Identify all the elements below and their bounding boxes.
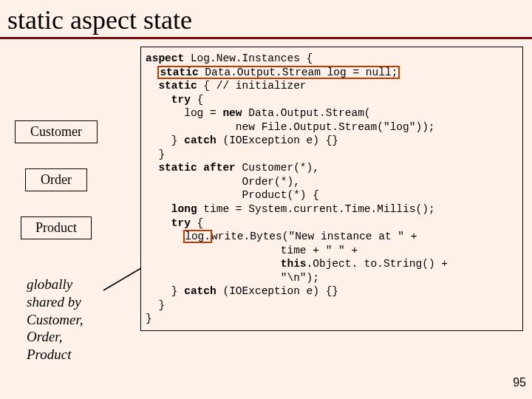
- code-block: aspect Log.New.Instances { static Data.O…: [140, 47, 523, 331]
- uml-box-order: Order: [25, 168, 87, 191]
- annotation-line: Customer,: [27, 312, 83, 327]
- slide-title: static aspect state: [0, 0, 532, 37]
- annotation-line: Product: [27, 347, 72, 362]
- uml-box-customer: Customer: [15, 120, 98, 143]
- annotation-line: Order,: [27, 329, 62, 344]
- annotation-line: shared by: [27, 294, 81, 310]
- annotation-text: globally shared by Customer, Order, Prod…: [27, 276, 130, 364]
- page-number: 95: [513, 376, 526, 389]
- slide-body: Customer Order Product globally shared b…: [0, 39, 532, 392]
- annotation-line: globally: [27, 276, 72, 292]
- code-text: aspect Log.New.Instances { static Data.O…: [146, 52, 518, 326]
- uml-box-product: Product: [21, 216, 92, 239]
